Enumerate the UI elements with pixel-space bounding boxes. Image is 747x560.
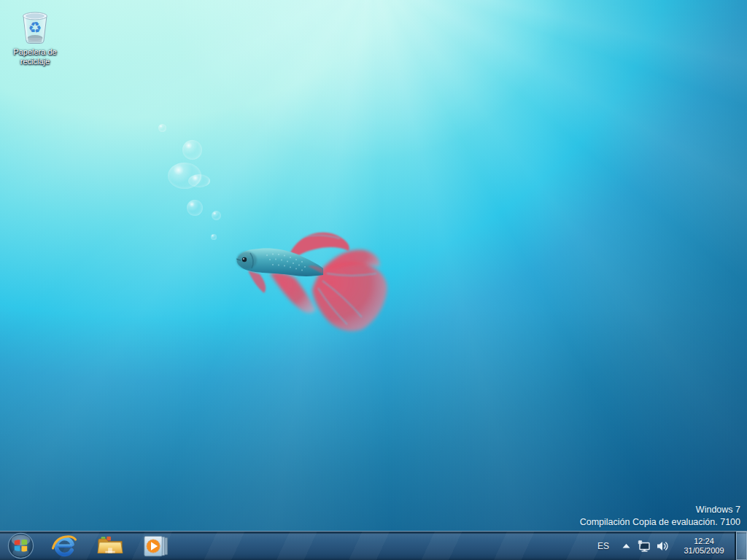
clock[interactable]: 12:24 31/05/2009 (676, 532, 732, 560)
internet-explorer-icon (51, 533, 77, 559)
bubble (187, 200, 203, 216)
start-button[interactable] (0, 532, 41, 560)
bubble (211, 234, 217, 240)
watermark-os-name: Windows 7 (580, 504, 740, 516)
taskbar-item-internet-explorer[interactable] (41, 532, 87, 560)
bubble (188, 174, 210, 187)
windows-start-orb-icon (7, 532, 34, 559)
taskbar-item-media-player[interactable] (133, 532, 179, 560)
bubble (182, 140, 202, 160)
recycle-bin-icon: ♻ (16, 6, 54, 47)
taskbar: ES (0, 531, 747, 560)
clock-time: 12:24 (676, 537, 732, 546)
chevron-up-icon (622, 543, 630, 548)
build-watermark: Windows 7 Compilación Copia de evaluació… (580, 504, 740, 529)
folder-icon (96, 534, 124, 559)
svg-text:♻: ♻ (28, 19, 42, 36)
media-player-icon (142, 533, 169, 559)
recycle-bin-label: Papelera de reciclaje (9, 47, 61, 66)
clock-date: 31/05/2009 (676, 546, 732, 556)
betta-fish (226, 222, 394, 343)
taskbar-item-windows-explorer[interactable] (87, 532, 133, 560)
show-hidden-icons-button[interactable] (618, 532, 634, 560)
network-status-button[interactable] (634, 532, 653, 560)
system-tray: ES (593, 532, 747, 560)
desktop: ♻ Papelera de reciclaje Windows 7 Compil… (0, 0, 747, 560)
bubble (212, 211, 221, 220)
speaker-icon (657, 540, 669, 552)
show-desktop-button[interactable] (735, 532, 747, 560)
recycle-bin-shortcut[interactable]: ♻ Papelera de reciclaje (9, 6, 61, 66)
watermark-build-info: Compilación Copia de evaluación. 7100 (580, 516, 740, 529)
volume-button[interactable] (653, 532, 672, 560)
language-indicator[interactable]: ES (593, 532, 614, 560)
bubble (158, 124, 166, 132)
network-icon (638, 540, 650, 552)
